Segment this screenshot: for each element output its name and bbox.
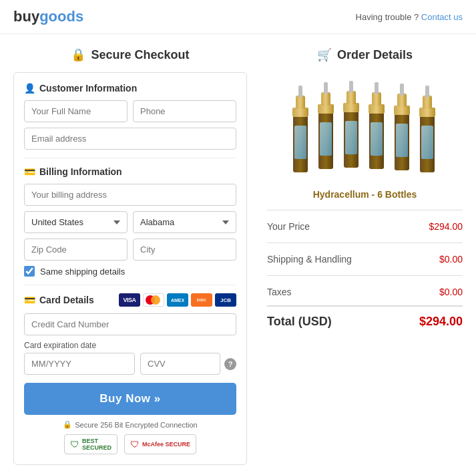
svg-rect-1 <box>294 126 306 159</box>
svg-rect-29 <box>425 86 429 98</box>
lock-icon-small: 🔒 <box>63 420 72 429</box>
order-divider-1 <box>267 210 463 210</box>
checkout-title: 🔒 Secure Checkout <box>13 47 247 62</box>
svg-rect-9 <box>324 82 328 94</box>
svg-rect-19 <box>375 82 379 94</box>
svg-rect-14 <box>349 81 353 93</box>
section-divider-1 <box>24 158 236 158</box>
cart-icon: 🛒 <box>317 47 332 62</box>
country-state-row: United States Alabama <box>24 211 236 233</box>
billing-section-title: 💳 Billing Information <box>24 166 236 177</box>
shipping-value: $0.00 <box>439 254 463 265</box>
total-label: Total (USD) <box>267 315 332 329</box>
cvv-help-icon[interactable]: ? <box>224 358 236 370</box>
cvv-input[interactable] <box>140 353 220 375</box>
badge1-text: BESTSECURED <box>82 438 111 451</box>
credit-card-icon-card: 💳 <box>24 295 35 305</box>
order-total: Total (USD) $294.00 <box>267 305 463 334</box>
email-input[interactable] <box>24 128 236 150</box>
credit-card-row <box>24 313 236 335</box>
price-value: $294.00 <box>429 221 463 232</box>
badge2-text: McAfee SECURE <box>142 441 190 448</box>
checkout-title-text: Secure Checkout <box>91 48 189 62</box>
svg-rect-24 <box>400 84 404 96</box>
product-name: Hydracellum - 6 Bottles <box>267 189 463 200</box>
section-divider-2 <box>24 285 236 285</box>
main-container: 🔒 Secure Checkout 👤 Customer Information… <box>0 34 476 471</box>
total-value: $294.00 <box>419 315 463 329</box>
form-card: 👤 Customer Information 💳 Billing Informa… <box>13 72 247 465</box>
expiry-cvv-row: ? <box>24 353 236 375</box>
lock-icon: 🔒 <box>71 47 85 62</box>
user-icon: 👤 <box>24 83 35 94</box>
svg-rect-11 <box>345 121 357 154</box>
svg-rect-22 <box>394 106 410 115</box>
order-divider-2 <box>267 243 463 243</box>
discover-icon: DISC <box>191 293 212 307</box>
order-title: 🛒 Order Details <box>267 47 463 62</box>
product-image-container <box>267 72 463 181</box>
credit-card-icon-billing: 💳 <box>24 166 35 177</box>
svg-rect-27 <box>419 108 435 117</box>
price-label: Your Price <box>267 221 310 232</box>
svg-rect-4 <box>298 86 302 98</box>
header: buygoods Having trouble ? Contact us <box>0 0 476 34</box>
left-panel: 🔒 Secure Checkout 👤 Customer Information… <box>13 47 247 465</box>
country-select[interactable]: United States <box>24 211 128 233</box>
name-phone-row <box>24 100 236 122</box>
mcafee-badge: 🛡 McAfee SECURE <box>124 434 196 454</box>
svg-rect-26 <box>421 126 433 159</box>
visa-icon: VISA <box>119 293 140 307</box>
right-panel: 🛒 Order Details <box>260 47 463 465</box>
product-image <box>278 72 452 179</box>
logo-goods: goods <box>39 8 83 25</box>
svg-rect-16 <box>371 122 383 156</box>
order-row-price: Your Price $294.00 <box>267 216 463 237</box>
billing-address-row <box>24 184 236 206</box>
trust-badges: 🛡 BESTSECURED 🛡 McAfee SECURE <box>24 434 236 454</box>
svg-rect-7 <box>318 104 334 114</box>
card-section-title: 💳 Card Details <box>24 295 94 305</box>
svg-rect-6 <box>320 122 332 156</box>
logo-buy: buy <box>13 8 39 25</box>
svg-rect-12 <box>343 103 359 112</box>
credit-card-input[interactable] <box>24 313 236 335</box>
buy-now-button[interactable]: Buy Now » <box>24 383 236 415</box>
zip-input[interactable] <box>24 239 128 261</box>
order-row-shipping: Shipping & Handling $0.00 <box>267 249 463 270</box>
card-icons: VISA AMEX DISC JCB <box>119 293 236 307</box>
header-right: Having trouble ? Contact us <box>356 12 463 22</box>
jcb-icon: JCB <box>215 293 236 307</box>
svg-rect-21 <box>396 124 408 157</box>
secure-text: 🔒 Secure 256 Bit Encrypted Connection <box>24 420 236 429</box>
order-divider-3 <box>267 275 463 276</box>
contact-link[interactable]: Contact us <box>421 12 463 22</box>
phone-input[interactable] <box>133 100 236 122</box>
billing-address-input[interactable] <box>24 184 236 206</box>
logo: buygoods <box>13 8 83 25</box>
best-secured-badge: 🛡 BESTSECURED <box>64 434 117 454</box>
shield-check-icon: 🛡 <box>70 439 79 450</box>
cvv-wrapper: ? <box>140 353 236 375</box>
taxes-label: Taxes <box>267 287 292 297</box>
same-shipping-label: Same shipping details <box>40 267 125 277</box>
taxes-value: $0.00 <box>439 287 463 297</box>
city-input[interactable] <box>133 239 236 261</box>
expiry-input[interactable] <box>24 353 135 375</box>
amex-icon: AMEX <box>167 293 188 307</box>
full-name-input[interactable] <box>24 100 128 122</box>
shipping-label: Shipping & Handling <box>267 254 352 265</box>
email-row <box>24 128 236 150</box>
customer-section-title: 👤 Customer Information <box>24 83 236 94</box>
zip-city-row <box>24 239 236 261</box>
mastercard-icon <box>143 293 164 307</box>
svg-rect-2 <box>292 108 308 117</box>
state-select[interactable]: Alabama <box>133 211 236 233</box>
same-shipping-row: Same shipping details <box>24 266 236 277</box>
trouble-text: Having trouble ? <box>356 12 419 22</box>
expiry-label: Card expiration date <box>24 341 236 350</box>
svg-rect-17 <box>369 104 385 114</box>
card-details-header: 💳 Card Details VISA AMEX DISC JCB <box>24 293 236 307</box>
same-shipping-checkbox[interactable] <box>24 266 35 277</box>
mcafee-icon: 🛡 <box>130 439 140 450</box>
